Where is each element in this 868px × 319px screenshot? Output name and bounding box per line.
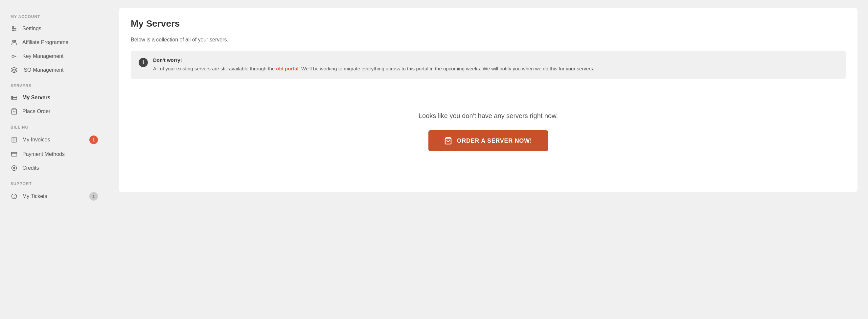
- tickets-icon: [10, 193, 18, 200]
- info-box-text: Don't worry! All of your existing server…: [153, 57, 594, 73]
- sidebar-item-my-servers[interactable]: My Servers: [0, 91, 108, 105]
- info-box-body: All of your existing servers are still a…: [153, 65, 594, 73]
- info-box-title: Don't worry!: [153, 57, 594, 63]
- billing-section-label: BILLING: [0, 118, 108, 132]
- sidebar-item-settings-label: Settings: [22, 26, 41, 32]
- svg-point-5: [12, 30, 13, 31]
- sidebar-item-my-tickets[interactable]: My Tickets 1: [0, 189, 108, 204]
- empty-state-text: Looks like you don't have any servers ri…: [418, 112, 558, 120]
- svg-rect-18: [11, 152, 17, 156]
- old-portal-link[interactable]: old portal: [276, 66, 298, 71]
- info-text-before-link: All of your existing servers are still a…: [153, 66, 276, 71]
- support-section-label: SUPPORT: [0, 175, 108, 189]
- sidebar-item-affiliate-label: Affiliate Programme: [22, 39, 68, 46]
- main-content: My Servers Below is a collection of all …: [108, 0, 868, 319]
- sidebar-item-my-servers-label: My Servers: [22, 95, 50, 100]
- tickets-badge: 1: [89, 192, 98, 201]
- info-icon: i: [138, 58, 148, 67]
- svg-point-3: [12, 26, 13, 27]
- sidebar-item-affiliate[interactable]: Affiliate Programme: [0, 35, 108, 49]
- svg-point-12: [12, 98, 13, 99]
- sidebar-item-my-invoices-label: My Invoices: [22, 137, 50, 143]
- iso-icon: [10, 66, 18, 74]
- sidebar-item-payment-methods-label: Payment Methods: [22, 151, 65, 157]
- sidebar-item-credits[interactable]: Credits: [0, 161, 108, 175]
- cart-button-icon: [444, 137, 452, 145]
- svg-point-23: [14, 197, 14, 198]
- svg-point-4: [15, 28, 16, 29]
- servers-icon: [10, 94, 18, 101]
- svg-point-11: [12, 96, 13, 97]
- sidebar-item-settings[interactable]: Settings: [0, 22, 108, 35]
- sidebar-item-my-tickets-label: My Tickets: [22, 193, 47, 199]
- sidebar-item-place-order-label: Place Order: [22, 109, 50, 114]
- svg-point-8: [12, 55, 14, 58]
- sidebar-item-key-management[interactable]: Key Management: [0, 49, 108, 63]
- sidebar-item-payment-methods[interactable]: Payment Methods: [0, 147, 108, 161]
- sidebar-item-credits-label: Credits: [22, 165, 39, 171]
- payment-icon: [10, 151, 18, 158]
- info-box: i Don't worry! All of your existing serv…: [131, 51, 846, 79]
- credits-icon: [10, 165, 18, 172]
- invoices-icon: [10, 136, 18, 143]
- info-text-after-link: . We'll be working to migrate everything…: [299, 66, 594, 71]
- affiliate-icon: [10, 39, 18, 46]
- order-button-label: ORDER A SERVER NOW!: [457, 138, 532, 144]
- my-account-section-label: MY ACCOUNT: [0, 8, 108, 22]
- sidebar-item-my-invoices[interactable]: My Invoices 1: [0, 132, 108, 147]
- servers-section-label: SERVERS: [0, 77, 108, 91]
- svg-point-7: [14, 40, 16, 42]
- sidebar-item-iso-management[interactable]: ISO Management: [0, 63, 108, 77]
- sidebar: MY ACCOUNT Settings Affiliate Programme: [0, 0, 108, 319]
- content-card: My Servers Below is a collection of all …: [119, 8, 858, 192]
- invoices-badge: 1: [89, 136, 98, 144]
- empty-state: Looks like you don't have any servers ri…: [131, 92, 846, 165]
- page-title: My Servers: [131, 19, 846, 29]
- page-subtitle: Below is a collection of all of your ser…: [131, 37, 846, 43]
- sidebar-item-key-label: Key Management: [22, 53, 63, 59]
- settings-icon: [10, 25, 18, 32]
- order-server-button[interactable]: ORDER A SERVER NOW!: [428, 130, 548, 151]
- sidebar-item-place-order[interactable]: Place Order: [0, 105, 108, 118]
- cart-icon: [10, 108, 18, 115]
- key-icon: [10, 53, 18, 60]
- sidebar-item-iso-label: ISO Management: [22, 67, 63, 73]
